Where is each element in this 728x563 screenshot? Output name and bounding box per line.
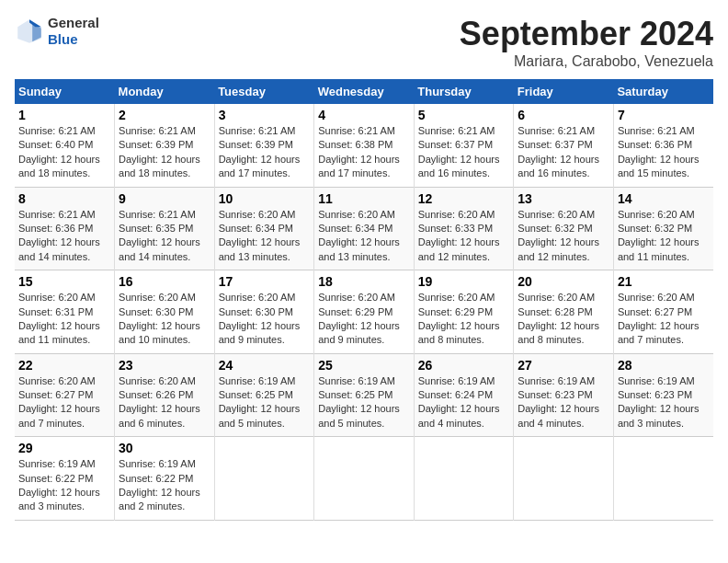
day-cell bbox=[514, 437, 614, 521]
day-info: Sunrise: 6:20 AM Sunset: 6:32 PM Dayligh… bbox=[518, 208, 609, 265]
day-number: 19 bbox=[418, 274, 510, 289]
day-number: 13 bbox=[518, 191, 609, 206]
day-cell: 14Sunrise: 6:20 AM Sunset: 6:32 PM Dayli… bbox=[613, 187, 713, 270]
day-number: 14 bbox=[618, 191, 710, 206]
day-info: Sunrise: 6:19 AM Sunset: 6:24 PM Dayligh… bbox=[418, 374, 510, 431]
day-number: 3 bbox=[219, 108, 311, 122]
weekday-header: Tuesday bbox=[214, 79, 314, 104]
day-info: Sunrise: 6:20 AM Sunset: 6:30 PM Dayligh… bbox=[219, 291, 311, 348]
day-info: Sunrise: 6:20 AM Sunset: 6:34 PM Dayligh… bbox=[219, 208, 311, 265]
day-number: 23 bbox=[119, 358, 210, 373]
day-info: Sunrise: 6:21 AM Sunset: 6:36 PM Dayligh… bbox=[618, 124, 710, 181]
weekday-header: Wednesday bbox=[314, 79, 415, 104]
week-row: 29Sunrise: 6:19 AM Sunset: 6:22 PM Dayli… bbox=[15, 437, 713, 521]
day-cell: 27Sunrise: 6:19 AM Sunset: 6:23 PM Dayli… bbox=[514, 353, 614, 437]
day-number: 30 bbox=[119, 441, 210, 455]
month-title: September 2024 bbox=[460, 15, 713, 53]
day-cell: 7Sunrise: 6:21 AM Sunset: 6:36 PM Daylig… bbox=[613, 104, 713, 187]
day-cell: 17Sunrise: 6:20 AM Sunset: 6:30 PM Dayli… bbox=[214, 270, 314, 354]
day-info: Sunrise: 6:21 AM Sunset: 6:37 PM Dayligh… bbox=[518, 124, 609, 181]
day-cell: 18Sunrise: 6:20 AM Sunset: 6:29 PM Dayli… bbox=[314, 270, 415, 354]
day-number: 2 bbox=[119, 108, 210, 122]
day-number: 27 bbox=[518, 358, 609, 373]
day-info: Sunrise: 6:21 AM Sunset: 6:39 PM Dayligh… bbox=[219, 124, 311, 181]
day-cell: 6Sunrise: 6:21 AM Sunset: 6:37 PM Daylig… bbox=[514, 104, 614, 187]
day-number: 25 bbox=[318, 358, 410, 373]
day-cell: 12Sunrise: 6:20 AM Sunset: 6:33 PM Dayli… bbox=[414, 187, 514, 270]
day-number: 15 bbox=[18, 274, 110, 289]
day-cell: 29Sunrise: 6:19 AM Sunset: 6:22 PM Dayli… bbox=[15, 437, 115, 521]
title-block: September 2024 Mariara, Carabobo, Venezu… bbox=[460, 15, 713, 70]
day-number: 29 bbox=[18, 441, 110, 455]
day-info: Sunrise: 6:20 AM Sunset: 6:32 PM Dayligh… bbox=[618, 208, 710, 265]
day-cell bbox=[613, 437, 713, 521]
day-info: Sunrise: 6:19 AM Sunset: 6:23 PM Dayligh… bbox=[518, 374, 609, 431]
day-number: 26 bbox=[418, 358, 510, 373]
day-info: Sunrise: 6:20 AM Sunset: 6:34 PM Dayligh… bbox=[318, 208, 410, 265]
week-row: 22Sunrise: 6:20 AM Sunset: 6:27 PM Dayli… bbox=[15, 353, 713, 437]
logo-icon bbox=[15, 17, 44, 46]
day-info: Sunrise: 6:19 AM Sunset: 6:25 PM Dayligh… bbox=[219, 374, 311, 431]
day-info: Sunrise: 6:19 AM Sunset: 6:22 PM Dayligh… bbox=[18, 457, 110, 514]
day-number: 24 bbox=[219, 358, 311, 373]
day-info: Sunrise: 6:20 AM Sunset: 6:30 PM Dayligh… bbox=[119, 291, 210, 348]
day-info: Sunrise: 6:20 AM Sunset: 6:26 PM Dayligh… bbox=[119, 374, 210, 431]
week-row: 8Sunrise: 6:21 AM Sunset: 6:36 PM Daylig… bbox=[15, 187, 713, 270]
day-cell bbox=[214, 437, 314, 521]
day-cell: 13Sunrise: 6:20 AM Sunset: 6:32 PM Dayli… bbox=[514, 187, 614, 270]
day-info: Sunrise: 6:19 AM Sunset: 6:25 PM Dayligh… bbox=[318, 374, 410, 431]
day-number: 7 bbox=[618, 108, 710, 122]
day-cell: 19Sunrise: 6:20 AM Sunset: 6:29 PM Dayli… bbox=[414, 270, 514, 354]
day-info: Sunrise: 6:21 AM Sunset: 6:39 PM Dayligh… bbox=[119, 124, 210, 181]
day-number: 12 bbox=[418, 191, 510, 206]
day-cell: 11Sunrise: 6:20 AM Sunset: 6:34 PM Dayli… bbox=[314, 187, 415, 270]
day-cell: 20Sunrise: 6:20 AM Sunset: 6:28 PM Dayli… bbox=[514, 270, 614, 354]
day-number: 1 bbox=[18, 108, 110, 122]
day-cell: 22Sunrise: 6:20 AM Sunset: 6:27 PM Dayli… bbox=[15, 353, 115, 437]
day-number: 9 bbox=[119, 191, 210, 206]
day-number: 8 bbox=[18, 191, 110, 206]
day-cell: 10Sunrise: 6:20 AM Sunset: 6:34 PM Dayli… bbox=[214, 187, 314, 270]
day-cell: 4Sunrise: 6:21 AM Sunset: 6:38 PM Daylig… bbox=[314, 104, 415, 187]
day-info: Sunrise: 6:20 AM Sunset: 6:27 PM Dayligh… bbox=[618, 291, 710, 348]
day-info: Sunrise: 6:21 AM Sunset: 6:38 PM Dayligh… bbox=[318, 124, 410, 181]
day-info: Sunrise: 6:21 AM Sunset: 6:36 PM Dayligh… bbox=[18, 208, 110, 265]
day-cell: 25Sunrise: 6:19 AM Sunset: 6:25 PM Dayli… bbox=[314, 353, 415, 437]
page-header: General Blue September 2024 Mariara, Car… bbox=[15, 15, 713, 70]
day-number: 18 bbox=[318, 274, 410, 289]
day-cell: 30Sunrise: 6:19 AM Sunset: 6:22 PM Dayli… bbox=[115, 437, 215, 521]
day-cell: 5Sunrise: 6:21 AM Sunset: 6:37 PM Daylig… bbox=[414, 104, 514, 187]
day-number: 22 bbox=[18, 358, 110, 373]
weekday-header: Thursday bbox=[414, 79, 514, 104]
day-cell: 21Sunrise: 6:20 AM Sunset: 6:27 PM Dayli… bbox=[613, 270, 713, 354]
day-number: 11 bbox=[318, 191, 410, 206]
day-cell: 9Sunrise: 6:21 AM Sunset: 6:35 PM Daylig… bbox=[115, 187, 215, 270]
day-number: 17 bbox=[219, 274, 311, 289]
day-info: Sunrise: 6:20 AM Sunset: 6:27 PM Dayligh… bbox=[18, 374, 110, 431]
week-row: 15Sunrise: 6:20 AM Sunset: 6:31 PM Dayli… bbox=[15, 270, 713, 354]
day-number: 5 bbox=[418, 108, 510, 122]
weekday-header: Monday bbox=[115, 79, 215, 104]
day-cell: 28Sunrise: 6:19 AM Sunset: 6:23 PM Dayli… bbox=[613, 353, 713, 437]
logo-text: General Blue bbox=[48, 15, 99, 48]
day-info: Sunrise: 6:20 AM Sunset: 6:28 PM Dayligh… bbox=[518, 291, 609, 348]
weekday-header: Sunday bbox=[15, 79, 115, 104]
day-cell: 16Sunrise: 6:20 AM Sunset: 6:30 PM Dayli… bbox=[115, 270, 215, 354]
calendar-table: SundayMondayTuesdayWednesdayThursdayFrid… bbox=[15, 79, 713, 521]
day-number: 20 bbox=[518, 274, 609, 289]
day-info: Sunrise: 6:20 AM Sunset: 6:31 PM Dayligh… bbox=[18, 291, 110, 348]
day-info: Sunrise: 6:20 AM Sunset: 6:33 PM Dayligh… bbox=[418, 208, 510, 265]
week-row: 1Sunrise: 6:21 AM Sunset: 6:40 PM Daylig… bbox=[15, 104, 713, 187]
day-cell: 23Sunrise: 6:20 AM Sunset: 6:26 PM Dayli… bbox=[115, 353, 215, 437]
day-number: 4 bbox=[318, 108, 410, 122]
location: Mariara, Carabobo, Venezuela bbox=[460, 53, 713, 70]
weekday-header: Saturday bbox=[613, 79, 713, 104]
day-info: Sunrise: 6:21 AM Sunset: 6:35 PM Dayligh… bbox=[119, 208, 210, 265]
day-number: 21 bbox=[618, 274, 710, 289]
day-cell: 15Sunrise: 6:20 AM Sunset: 6:31 PM Dayli… bbox=[15, 270, 115, 354]
day-cell bbox=[314, 437, 415, 521]
weekday-header-row: SundayMondayTuesdayWednesdayThursdayFrid… bbox=[15, 79, 713, 104]
day-info: Sunrise: 6:21 AM Sunset: 6:37 PM Dayligh… bbox=[418, 124, 510, 181]
day-info: Sunrise: 6:19 AM Sunset: 6:22 PM Dayligh… bbox=[119, 457, 210, 514]
day-cell: 26Sunrise: 6:19 AM Sunset: 6:24 PM Dayli… bbox=[414, 353, 514, 437]
